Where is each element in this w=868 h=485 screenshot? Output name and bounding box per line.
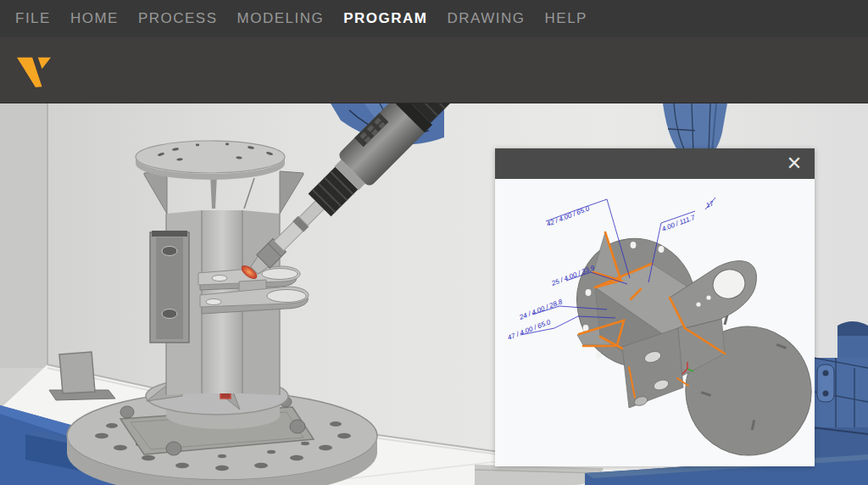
drawing-panel-titlebar: ✕ <box>495 148 815 179</box>
drawing-panel-body[interactable]: 42 / 4.00 / 65.0 4.00 / 111.7 17 25 / 4.… <box>495 179 815 466</box>
ribbon-strip <box>0 37 868 103</box>
menubar: FILE HOME PROCESS MODELING PROGRAM DRAWI… <box>0 0 868 37</box>
weld-drawing-canvas[interactable]: 42 / 4.00 / 65.0 4.00 / 111.7 17 25 / 4.… <box>495 179 815 466</box>
menu-file[interactable]: FILE <box>15 10 51 27</box>
dim-label-2: 4.00 / 111.7 <box>660 214 696 233</box>
v-logo-icon <box>15 55 53 89</box>
dim-label-5: 24 / 4.00 / 28.8 <box>518 298 565 321</box>
side-bracket <box>150 231 189 343</box>
weld-drawing-panel: ✕ <box>495 148 815 466</box>
menu-drawing[interactable]: DRAWING <box>448 10 526 27</box>
menu-help[interactable]: HELP <box>545 10 587 27</box>
menu-home[interactable]: HOME <box>70 10 119 27</box>
menu-program[interactable]: PROGRAM <box>343 10 427 27</box>
menu-modeling[interactable]: MODELING <box>237 10 325 27</box>
close-icon[interactable]: ✕ <box>782 152 806 176</box>
dim-label-3: 17 <box>704 199 715 209</box>
dim-label-1: 42 / 4.00 / 65.0 <box>545 204 591 228</box>
application-window: { "menubar": { "items": [ {"label": "FIL… <box>0 0 868 485</box>
menu-process[interactable]: PROCESS <box>138 10 218 27</box>
